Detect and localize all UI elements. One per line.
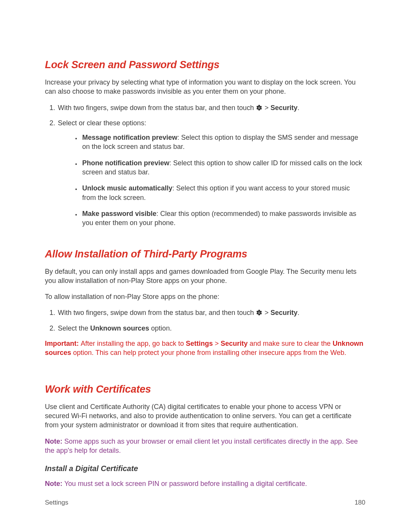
step-text: With two fingers, swipe down from the st… bbox=[58, 104, 256, 112]
heading-certificates: Work with Certificates bbox=[45, 383, 365, 395]
settings-label: Settings bbox=[186, 340, 213, 347]
step-1: With two fingers, swipe down from the st… bbox=[57, 103, 365, 112]
option-label: Unlock music automatically bbox=[82, 184, 172, 192]
step-1: With two fingers, swipe down from the st… bbox=[57, 308, 365, 317]
option-message-preview: Message notification preview: Select thi… bbox=[81, 133, 365, 152]
note-label: Note: bbox=[45, 480, 64, 487]
intro-lock-screen: Increase your privacy by selecting what … bbox=[45, 78, 365, 96]
step-text: With two fingers, swipe down from the st… bbox=[58, 309, 256, 316]
note-text: You must set a lock screen PIN or passwo… bbox=[64, 480, 307, 487]
intro-third-party: By default, you can only install apps an… bbox=[45, 267, 365, 286]
page-footer: Settings 180 bbox=[45, 499, 365, 506]
option-unlock-music: Unlock music automatically: Select this … bbox=[81, 184, 365, 202]
options-list: Message notification preview: Select thi… bbox=[58, 133, 365, 227]
steps-third-party: With two fingers, swipe down from the st… bbox=[45, 308, 365, 333]
note-apps-certificates: Note: Some apps such as your browser or … bbox=[45, 437, 365, 455]
footer-page-number: 180 bbox=[355, 499, 365, 506]
option-label: Phone notification preview bbox=[82, 159, 169, 167]
step-text: . bbox=[298, 309, 299, 316]
step-2: Select or clear these options: Message n… bbox=[57, 118, 365, 228]
important-label: Important: bbox=[45, 340, 81, 347]
note-lock-pin: Note: You must set a lock screen PIN or … bbox=[45, 479, 365, 488]
step-text: option. bbox=[149, 324, 172, 332]
step-text: . bbox=[298, 104, 299, 112]
footer-section: Settings bbox=[45, 499, 68, 506]
important-text: > bbox=[213, 340, 221, 347]
heading-lock-screen: Lock Screen and Password Settings bbox=[45, 59, 365, 71]
unknown-sources-label: Unknown sources bbox=[90, 324, 149, 332]
important-text: and make sure to clear the bbox=[248, 340, 333, 347]
option-password-visible: Make password visible: Clear this option… bbox=[81, 209, 365, 228]
gear-icon bbox=[256, 104, 263, 111]
option-phone-preview: Phone notification preview: Select this … bbox=[81, 158, 365, 177]
intro-certificates: Use client and Certificate Authority (CA… bbox=[45, 402, 365, 430]
lead-third-party: To allow installation of non-Play Store … bbox=[45, 292, 365, 301]
option-label: Message notification preview bbox=[82, 134, 177, 141]
heading-third-party: Allow Installation of Third-Party Progra… bbox=[45, 248, 365, 260]
step-text: Select the bbox=[58, 324, 90, 332]
page-content: Lock Screen and Password Settings Increa… bbox=[45, 59, 365, 496]
gear-icon bbox=[256, 309, 263, 316]
note-label: Note: bbox=[45, 438, 64, 445]
note-text: Some apps such as your browser or email … bbox=[45, 438, 358, 454]
security-label: Security bbox=[271, 309, 298, 316]
important-note: Important: After installing the app, go … bbox=[45, 339, 365, 358]
subheading-install-certificate: Install a Digital Certificate bbox=[45, 464, 365, 473]
security-label: Security bbox=[271, 104, 298, 112]
step-2: Select the Unknown sources option. bbox=[57, 324, 365, 333]
step-text: > bbox=[263, 309, 271, 316]
step-text: Select or clear these options: bbox=[58, 119, 146, 127]
important-text: option. This can help protect your phone… bbox=[71, 349, 346, 356]
step-text: > bbox=[263, 104, 271, 112]
security-label: Security bbox=[221, 340, 248, 347]
option-label: Make password visible bbox=[82, 210, 156, 217]
important-text: After installing the app, go back to bbox=[81, 340, 186, 347]
steps-lock-screen: With two fingers, swipe down from the st… bbox=[45, 103, 365, 228]
